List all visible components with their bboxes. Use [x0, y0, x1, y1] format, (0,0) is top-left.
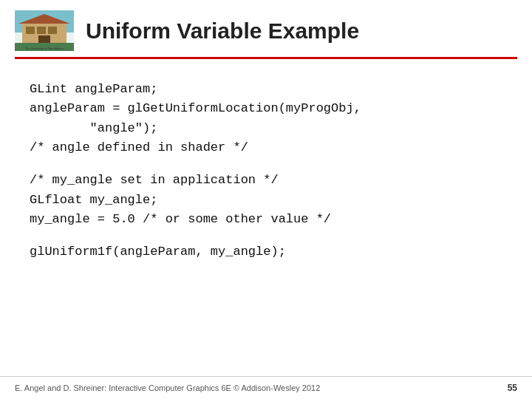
footer-citation: E. Angel and D. Shreiner: Interactive Co…	[15, 383, 320, 392]
logo: The University of New Mexico	[15, 10, 74, 51]
content: GLint angleParam; angleParam = glGetUnif…	[0, 59, 532, 376]
slide-title: Uniform Variable Example	[86, 18, 359, 43]
footer-page: 55	[508, 383, 517, 393]
code-line-6: GLfloat my_angle;	[30, 191, 502, 210]
code-line-3: "angle");	[30, 119, 502, 138]
code-line-5: /* my_angle set in application */	[30, 171, 502, 190]
slide-container: The University of New Mexico Uniform Var…	[0, 0, 532, 399]
footer: E. Angel and D. Shreiner: Interactive Co…	[0, 376, 532, 399]
code-line-2: angleParam = glGetUniformLocation(myProg…	[30, 99, 502, 118]
code-line-1: GLint angleParam;	[30, 80, 502, 99]
code-spacer-1	[30, 157, 502, 171]
code-spacer-2	[30, 229, 502, 242]
svg-rect-3	[26, 27, 35, 34]
code-line-4: /* angle defined in shader */	[30, 138, 502, 157]
svg-rect-4	[37, 27, 46, 34]
svg-rect-5	[48, 27, 57, 34]
title-area: Uniform Variable Example	[86, 18, 517, 44]
code-line-7: my_angle = 5.0 /* or some other value */	[30, 210, 502, 229]
svg-text:The University of New Mexico: The University of New Mexico	[25, 47, 65, 50]
header: The University of New Mexico Uniform Var…	[0, 0, 532, 57]
code-line-8: glUniform1f(angleParam, my_angle);	[30, 242, 502, 262]
code-block: GLint angleParam; angleParam = glGetUnif…	[30, 80, 502, 262]
